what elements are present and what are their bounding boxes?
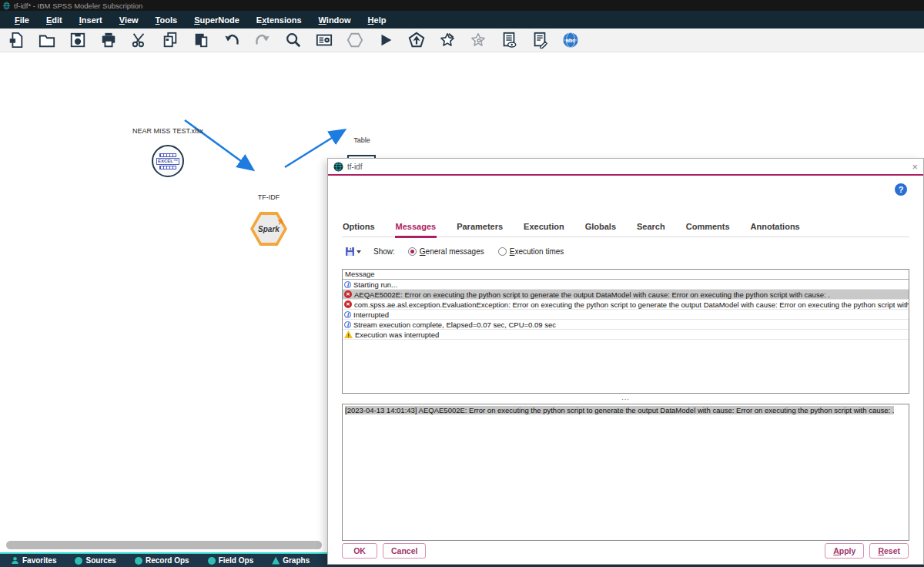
message-column-header: Message bbox=[343, 270, 909, 280]
tfidf-node-dialog: tf-idf × ? Options Messages Parameters E… bbox=[327, 158, 924, 565]
palette-tab-graphs[interactable]: Graphs bbox=[272, 556, 310, 565]
undo-icon[interactable] bbox=[222, 31, 241, 50]
chevron-down-icon[interactable] bbox=[357, 250, 361, 253]
supernode-icon[interactable] bbox=[345, 31, 364, 50]
reset-button[interactable]: Reset bbox=[869, 543, 909, 559]
show-label: Show: bbox=[373, 247, 395, 256]
dialog-buttons: OK Cancel Apply Reset bbox=[342, 543, 909, 559]
excel-node-label: NEAR MISS TEST.xlsx bbox=[116, 127, 220, 135]
zoom-icon[interactable] bbox=[283, 31, 303, 50]
message-row[interactable]: Stream execution complete, Elapsed=0.07 … bbox=[343, 320, 909, 330]
pane-splitter[interactable]: ... bbox=[342, 394, 909, 402]
spark-logo: Spark bbox=[258, 225, 280, 233]
close-icon[interactable]: × bbox=[912, 162, 918, 172]
message-row[interactable]: AEQAE5002E: Error on executing the pytho… bbox=[343, 290, 909, 300]
dialog-tabs: Options Messages Parameters Execution Gl… bbox=[342, 220, 909, 237]
title-bar: tf-idf* - IBM SPSS Modeler Subscription bbox=[0, 0, 924, 11]
warning-icon bbox=[344, 330, 353, 338]
canvas-hscrollbar[interactable] bbox=[6, 541, 322, 549]
tab-globals[interactable]: Globals bbox=[584, 220, 617, 237]
dialog-title: tf-idf bbox=[347, 163, 362, 171]
manage-favorites-icon[interactable] bbox=[468, 31, 487, 50]
menu-help[interactable]: Help bbox=[360, 15, 395, 25]
message-row[interactable]: Execution was interrupted bbox=[343, 330, 909, 340]
menu-view[interactable]: View bbox=[111, 15, 147, 25]
palette-tab-favorites[interactable]: Favorites bbox=[11, 556, 56, 565]
radio-execution-times[interactable] bbox=[498, 247, 507, 256]
app-icon bbox=[2, 2, 11, 10]
stop-stream-icon[interactable] bbox=[407, 31, 426, 50]
tfidf-node-label: TF-IDF bbox=[246, 193, 291, 201]
message-row[interactable]: Interrupted bbox=[343, 310, 909, 320]
selected-message-detail: [2023-04-13 14:01:43] AEQAE5002E: Error … bbox=[345, 406, 894, 414]
menu-supernode[interactable]: SuperNode bbox=[186, 15, 248, 25]
cut-icon[interactable] bbox=[129, 31, 149, 50]
print-icon[interactable] bbox=[99, 31, 118, 50]
menu-insert[interactable]: Insert bbox=[71, 15, 111, 25]
show-options-row: Show: General messages Execution times bbox=[345, 247, 564, 257]
preview-icon[interactable] bbox=[499, 31, 518, 50]
save-stream-icon[interactable] bbox=[68, 31, 87, 50]
open-stream-icon[interactable] bbox=[37, 31, 56, 50]
redo-icon[interactable] bbox=[253, 31, 272, 50]
message-row[interactable]: Starting run... bbox=[343, 280, 909, 290]
main-toolbar: abc bbox=[0, 29, 924, 52]
annotations-icon[interactable] bbox=[530, 31, 549, 50]
dialog-title-bar: tf-idf × bbox=[328, 159, 923, 174]
tab-search[interactable]: Search bbox=[636, 220, 666, 237]
cancel-button[interactable]: Cancel bbox=[383, 543, 426, 559]
menu-bar: File Edit Insert View Tools SuperNode Ex… bbox=[0, 11, 924, 29]
info-icon bbox=[344, 281, 351, 288]
menu-file[interactable]: File bbox=[6, 15, 38, 25]
circle-icon bbox=[208, 557, 216, 565]
tab-options[interactable]: Options bbox=[342, 220, 376, 237]
message-row[interactable]: com.spss.ae.asl.exception.EvaluationExce… bbox=[343, 300, 909, 310]
tab-parameters[interactable]: Parameters bbox=[456, 220, 504, 237]
menu-tools[interactable]: Tools bbox=[147, 15, 186, 25]
tab-comments[interactable]: Comments bbox=[685, 220, 731, 237]
save-messages-icon[interactable] bbox=[345, 247, 355, 257]
menu-edit[interactable]: Edit bbox=[38, 15, 71, 25]
info-icon bbox=[344, 321, 351, 328]
radio-general-messages-label[interactable]: General messages bbox=[420, 247, 484, 256]
window-title: tf-idf* - IBM SPSS Modeler Subscription bbox=[14, 2, 142, 10]
message-detail-pane[interactable]: [2023-04-13 14:01:43] AEQAE5002E: Error … bbox=[342, 404, 909, 541]
circle-icon bbox=[75, 557, 82, 565]
error-icon bbox=[344, 290, 352, 298]
info-icon bbox=[344, 311, 351, 318]
apply-button[interactable]: Apply bbox=[825, 543, 864, 559]
radio-execution-times-label[interactable]: Execution times bbox=[510, 247, 564, 256]
stream-properties-icon[interactable] bbox=[314, 31, 333, 50]
add-favorite-icon[interactable] bbox=[437, 31, 457, 50]
excel-source-node[interactable]: EXCEL™ bbox=[152, 145, 184, 177]
palette-tab-field-ops[interactable]: Field Ops bbox=[208, 556, 254, 565]
help-icon[interactable]: ? bbox=[895, 183, 907, 196]
table-node-label: Table bbox=[339, 136, 385, 144]
palette-tab-sources[interactable]: Sources bbox=[75, 556, 116, 565]
copy-icon[interactable] bbox=[160, 31, 179, 50]
menu-extensions[interactable]: Extensions bbox=[248, 15, 310, 25]
menu-window[interactable]: Window bbox=[310, 15, 360, 25]
tab-messages[interactable]: Messages bbox=[395, 220, 437, 238]
accent-rule bbox=[328, 174, 923, 176]
application-window: tf-idf* - IBM SPSS Modeler Subscription … bbox=[0, 0, 924, 567]
dialog-app-icon bbox=[333, 162, 343, 172]
error-icon bbox=[344, 300, 352, 308]
spell-check-icon[interactable]: abc bbox=[561, 31, 580, 50]
palette-tab-record-ops[interactable]: Record Ops bbox=[135, 556, 189, 565]
new-stream-icon[interactable] bbox=[6, 31, 25, 50]
triangle-icon bbox=[272, 557, 280, 565]
tab-annotations[interactable]: Annotations bbox=[750, 220, 801, 237]
person-icon bbox=[11, 556, 19, 565]
radio-general-messages[interactable] bbox=[408, 247, 417, 256]
paste-icon[interactable] bbox=[191, 31, 210, 50]
spark-hexagon: Spark bbox=[253, 215, 284, 243]
excel-grid-icon bbox=[159, 153, 176, 157]
excel-logo: EXCEL™ bbox=[156, 158, 179, 165]
circle-icon bbox=[135, 557, 142, 565]
run-stream-icon[interactable] bbox=[376, 31, 395, 50]
tab-execution[interactable]: Execution bbox=[523, 220, 565, 237]
excel-grid-icon bbox=[159, 166, 176, 169]
ok-button[interactable]: OK bbox=[342, 543, 377, 559]
svg-text:abc: abc bbox=[565, 37, 575, 44]
